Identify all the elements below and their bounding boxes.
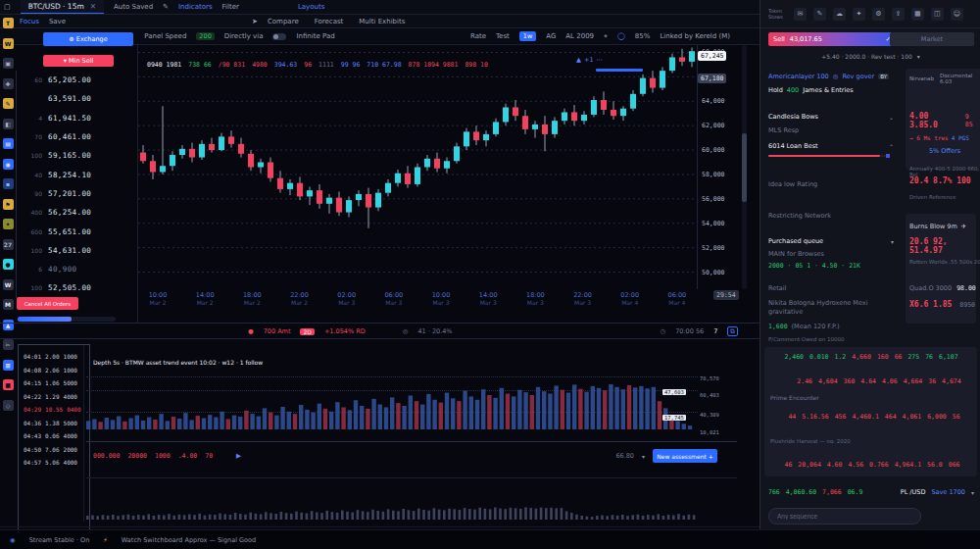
pencil-icon[interactable]: ✎ — [163, 3, 169, 11]
ladder-row[interactable]: 400 56,254.00 — [17, 203, 138, 222]
cancel-all-button[interactable]: Cancel All Orders — [17, 297, 78, 310]
sell-button[interactable]: Sell 43,017.65 ✓ — [768, 32, 896, 46]
panel-icon[interactable]: ⚙ — [872, 8, 885, 21]
account-link-row[interactable]: Americanlayer 100 ◎ Rev gover BY — [768, 73, 889, 80]
panel-icon[interactable]: ✦ — [853, 8, 865, 21]
window-icon[interactable]: ▢ — [4, 3, 11, 11]
tool-icon[interactable]: ✂ — [3, 339, 14, 350]
ladder-row[interactable]: 100 54,631.00 — [17, 241, 138, 260]
tab-btcusd[interactable]: BTC/USD · 15m ✕ — [21, 0, 104, 14]
panel-icon[interactable]: ☁ — [833, 8, 846, 21]
time-axis[interactable]: 10:00Mar 2 14:00Mar 2 18:00Mar 2 22:00Ma… — [138, 291, 697, 307]
tool-icon[interactable]: ■ — [3, 379, 14, 390]
ladder-row[interactable]: 100 52,505.00 — [17, 278, 138, 297]
trade-log-row[interactable]: 04:361.385000 — [24, 420, 84, 426]
trade-log-row[interactable]: 04:2910.550400 — [24, 406, 84, 413]
ladder-row[interactable]: 100 59,165.00 — [17, 146, 138, 165]
ladder-row[interactable]: 40 58,254.10 — [17, 165, 138, 183]
timeframe-pill[interactable]: 1w — [519, 31, 536, 41]
trade-log-row[interactable]: 04:151.065000 — [24, 379, 84, 386]
ladder-row[interactable]: 90 57,201.00 — [17, 184, 138, 203]
trade-log-row[interactable]: 04:430.064000 — [24, 432, 84, 439]
panel-icon[interactable]: ⇪ — [892, 8, 905, 21]
tool-icon[interactable]: ⊞ — [3, 360, 14, 371]
panel-icon[interactable]: ✎ — [813, 8, 826, 21]
tool-icon[interactable]: ✎ — [3, 98, 14, 109]
circle-icon[interactable]: ◯ — [617, 32, 625, 40]
market-button[interactable]: Market — [890, 32, 974, 46]
ladder-row[interactable]: 70 60,461.00 — [17, 127, 138, 146]
trade-log-row[interactable]: 04:221.294000 — [24, 393, 84, 400]
exchange-button[interactable]: ⊕ Exchange — [43, 32, 133, 46]
loan-best-row[interactable]: 6014 Loan Best ⌃ — [768, 142, 894, 150]
trade-log-row[interactable]: 04:575.064000 — [24, 459, 84, 466]
focus-button[interactable]: Focus — [20, 18, 39, 25]
tool-icon[interactable]: ▪ — [3, 178, 14, 189]
min-sell-button[interactable]: ▾ Min Sell — [43, 55, 114, 67]
save-button[interactable]: Save — [49, 18, 66, 25]
ladder-row[interactable]: 6 40,900 — [17, 260, 138, 278]
ladder-row[interactable]: 4 61,941.50 — [17, 109, 138, 127]
tool-icon[interactable]: ▣ — [3, 58, 14, 69]
tool-icon[interactable]: W — [3, 38, 14, 49]
panel-toggle-icon[interactable]: ⧉ — [727, 326, 738, 336]
tool-icon[interactable]: ✦ — [3, 219, 14, 229]
ladder-row[interactable]: 60 65,205.00 — [17, 71, 138, 89]
loan-progress-dot[interactable] — [886, 154, 890, 158]
tool-icon[interactable]: 27 — [3, 239, 14, 250]
panel-icon[interactable]: ▦ — [911, 8, 924, 21]
ladder-row[interactable]: 600 55,651.00 — [17, 222, 138, 240]
trade-log-row[interactable]: 04:082.061000 — [24, 367, 84, 374]
tool-icon[interactable]: ◉ — [3, 159, 14, 170]
toolbar-item[interactable]: AG — [546, 32, 556, 40]
panel-icon[interactable]: ✉ — [794, 8, 807, 21]
tool-icon[interactable]: ◧ — [3, 119, 14, 129]
toolbar-item[interactable]: Multi Exhibits — [359, 18, 405, 25]
offers-link[interactable]: 5% Offers — [909, 147, 980, 155]
menu-indicators[interactable]: Indicators — [178, 3, 213, 11]
tool-icon[interactable]: ◇ — [3, 400, 14, 411]
tool-icon[interactable]: M — [3, 299, 14, 310]
tool-icon[interactable]: ▤ — [3, 138, 14, 149]
panel-icon[interactable]: ☺ — [951, 8, 963, 21]
close-icon[interactable]: ✕ — [90, 2, 96, 11]
toolbar-item[interactable]: Compare — [268, 18, 299, 25]
toolbar-item[interactable]: AL 2009 — [565, 32, 594, 40]
tool-icon[interactable]: ▲ — [3, 320, 14, 330]
tool-icon[interactable]: ⚑ — [3, 199, 14, 210]
zoom-pct[interactable]: 85% — [635, 32, 651, 40]
toggle-switch[interactable] — [272, 33, 286, 40]
toolbar-item[interactable]: Test — [496, 32, 510, 40]
toolbar-item[interactable]: Forecast — [315, 18, 344, 25]
burns-row[interactable]: Burns Blow 9m ✈ — [909, 223, 966, 230]
toolbar-item[interactable]: Panel Speed — [144, 32, 186, 40]
ladder-row[interactable]: 63,591.00 — [17, 89, 138, 108]
magnet-icon[interactable]: ⌖ — [604, 32, 608, 40]
toolbar-item[interactable]: Rate — [470, 32, 486, 40]
spread-row[interactable]: +5.40 · 2000.0 · Rev test · 100 ▾ — [760, 53, 980, 60]
volume-histogram[interactable] — [86, 380, 698, 429]
panel-icon[interactable]: ◫ — [931, 8, 944, 21]
mini-timeline[interactable] — [86, 502, 698, 522]
tool-icon[interactable]: W — [3, 279, 14, 290]
save-dropdown[interactable]: Save 1700 — [931, 488, 965, 496]
trade-log-row[interactable]: 04:507.062000 — [24, 446, 84, 453]
play-icon[interactable]: ▶ — [236, 452, 241, 460]
candlestick-chart[interactable] — [138, 45, 697, 289]
menu-filter[interactable]: Filter — [222, 3, 239, 11]
scale-select[interactable]: 66.80 — [615, 452, 634, 460]
scrollbar-thumb[interactable] — [742, 133, 747, 202]
indicator-annotation[interactable]: ▲ +1 ⋯ — [576, 56, 603, 64]
tool-icon[interactable]: ● — [3, 259, 14, 270]
purchased-queue-row[interactable]: Purchased queue ▾ — [768, 237, 894, 245]
sequence-input[interactable] — [768, 508, 921, 524]
candlesia-row[interactable]: Candlesia Bows ⌄ — [768, 113, 894, 121]
tool-icon[interactable]: ✚ — [3, 78, 14, 89]
trade-log-row[interactable]: 04:012.001000 — [24, 353, 84, 360]
tool-icon[interactable]: T — [3, 18, 14, 28]
pointer-icon[interactable]: ➤ — [252, 18, 258, 25]
orderbook-value: 4,604 — [818, 377, 838, 385]
new-assessment-button[interactable]: New assessment + — [653, 449, 717, 463]
day-badge[interactable]: 2D — [300, 328, 314, 335]
menu-layouts[interactable]: Layouts — [298, 3, 324, 11]
